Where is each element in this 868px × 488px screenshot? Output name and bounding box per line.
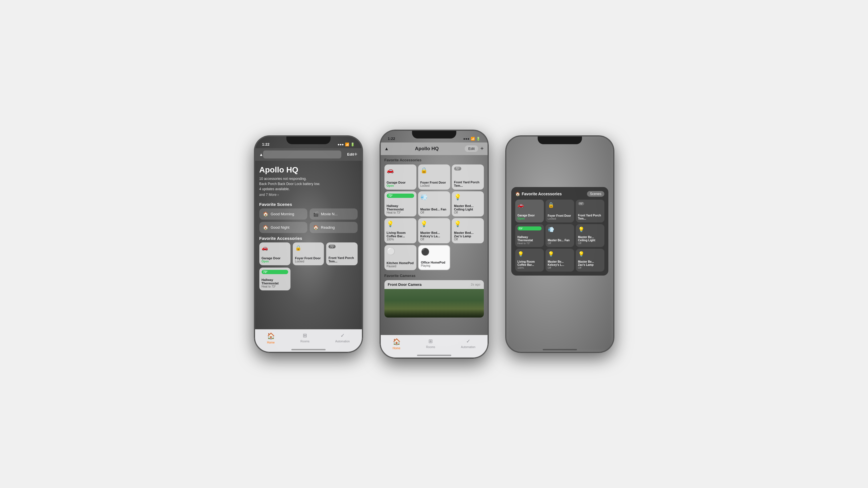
cc-ceiling-light-name: Master Be... Ceiling Light [578,235,602,242]
cc-scenes-tab[interactable]: Scenes [587,191,604,197]
fan-icon-2: 💨 [421,194,448,200]
scene-good-morning[interactable]: 🏠 Good Morning [259,208,307,220]
thermostat-tile-2[interactable]: 73° Hallway Thermostat Heat to 73° [384,191,416,217]
scene-good-night[interactable]: 🏠 Good Night [259,222,307,233]
nav-home-1[interactable]: 🏠 Home [267,332,275,344]
good-night-label: Good Night [271,225,290,230]
rooms-nav-label-1: Rooms [301,340,310,343]
phone-3-screen: 🏠 Favorite Accessories Scenes 🚗 Garage D… [505,136,614,353]
cameras-section: Favorite Cameras Front Door Camera 2s ag… [384,273,484,318]
home-nav-label-2: Home [393,347,400,350]
phone-2: 1:22 ●●● 📶 🔋 ▲ Apollo HQ Edit + Favorite… [380,130,488,358]
automation-nav-label-1: Automation [335,340,350,343]
cc-temp-tile[interactable]: 70° Front Yard Porch Tem... [576,200,604,222]
office-homepod-tile[interactable]: ⚫ Office HomePod Playing [418,245,450,270]
cc-thermostat-tile[interactable]: 73° Hallway Thermostat Heat to 73° [515,224,544,247]
edit-button-1[interactable]: Edit [347,152,354,157]
coffee-bar-icon-2: 💡 [387,221,414,227]
main-scene: 1:22 ●●● 📶 🔋 ▲ Edit + Apollo HQ [0,0,868,488]
porch-temp-tile-2[interactable]: 70° Front Yard Porch Tem... [452,164,484,190]
fav-cameras-label: Favorite Cameras [384,273,484,278]
ceiling-light-tile-2[interactable]: 💡 Master Bed... Ceiling Light Off [452,191,484,217]
zac-lamp-status-2: Off [454,238,482,241]
cc-coffee-bar-tile[interactable]: 💡 Living Room Coffee Bar... 100% [515,249,544,271]
status-time-1: 1:22 [262,142,270,147]
search-bar[interactable] [263,151,341,159]
hero-section: Apollo HQ 10 accessories not responding.… [254,161,363,199]
cc-ceiling-light-icon: 💡 [578,226,602,233]
reading-label: Reading [321,225,335,230]
ceiling-light-icon-2: 💡 [454,194,482,200]
cc-ceiling-light-tile[interactable]: 💡 Master Be... Ceiling Light Off [576,224,604,247]
garage-door-status: Open [261,260,288,263]
nav-automation-2[interactable]: ✓ Automation [461,338,475,349]
signal-icon-2: ●●● [463,137,470,141]
cc-garage-icon: 🚗 [518,202,541,208]
camera-time: 2s ago [471,283,480,286]
status-icons-1: ●●● 📶 🔋 [338,142,355,147]
fan-name-2: Master Bed... Fan [421,207,448,211]
home-indicator-3 [543,349,577,350]
cc-coffee-bar-icon: 💡 [518,251,541,257]
cc-coffee-bar-status: 100% [518,266,541,269]
fan-tile-2[interactable]: 💨 Master Bed... Fan Off [418,191,450,217]
coffee-bar-tile-2[interactable]: 💡 Living Room Coffee Bar... 100% [384,218,416,243]
wifi-icon-1: 📶 [345,142,349,147]
nav-rooms-1[interactable]: ⊞ Rooms [301,332,310,343]
add-button-2[interactable]: + [480,145,484,152]
fan-status-2: Off [421,211,448,214]
zac-lamp-tile-2[interactable]: 💡 Master Bed... Zac's Lamp Off [452,218,484,243]
scene-movie-night[interactable]: 🎬 Movie N... [310,208,358,220]
thermostat-status-2: Heat to 73° [387,211,414,214]
nav-automation-1[interactable]: ✓ Automation [335,332,350,343]
cc-fan-tile[interactable]: 💨 Master Be... Fan Off [546,224,574,247]
porch-temp-name-2: Front Yard Porch Tem... [454,181,482,187]
porch-temp-tile[interactable]: 70° Front Yard Porch Tem... [326,242,357,265]
add-button-1[interactable]: + [354,151,358,158]
cc-zac-lamp-icon: 💡 [578,251,602,257]
camera-name: Front Door Camera [388,283,422,287]
scene-reading[interactable]: 🏠 Reading [310,222,358,233]
edit-button-2[interactable]: Edit [465,145,478,152]
cc-fav-accessories-tab[interactable]: Favorite Accessories [522,192,562,196]
garage-door-tile[interactable]: 🚗 Garage Door Open [259,242,290,265]
garage-tile-2[interactable]: 🚗 Garage Door Open [384,164,416,190]
office-homepod-icon: ⚫ [421,248,447,256]
front-door-name: Foyer Front Door [295,256,321,260]
movie-night-icon: 🎬 [313,211,319,217]
kitchen-homepod-tile[interactable]: ⚪ Kitchen HomePod Paused [384,245,416,270]
cc-temp-badge: 70° [578,202,584,205]
thermostat-tile[interactable]: 73° Hallway Thermostat Heat to 73° [259,267,290,290]
front-door-tile[interactable]: 🔒 Foyer Front Door Locked [293,242,324,265]
cc-ceiling-light-status: Off [578,242,602,245]
cc-kelcey-lamp-tile[interactable]: 💡 Master Be... Kelcey's L... Off [546,249,574,271]
porch-temp-name: Front Yard Porch Tem... [329,256,355,263]
update-alert: 4 updates available. [259,187,290,191]
phone-1: 1:22 ●●● 📶 🔋 ▲ Edit + Apollo HQ [254,136,363,353]
office-homepod-status: Playing [421,264,447,267]
phone-2-screen: 1:22 ●●● 📶 🔋 ▲ Apollo HQ Edit + Favorite… [380,130,488,358]
nav-home-2[interactable]: 🏠 Home [393,338,400,350]
more-link[interactable]: and 7 More › [259,193,358,197]
hero-subtitle: 10 accessories not responding. Back Porc… [259,176,358,192]
garage-icon: 🚗 [261,245,288,251]
kelcey-lamp-tile-2[interactable]: 💡 Master Bed... Kelcey's La... Off [418,218,450,243]
cc-garage-status: Open [518,217,541,220]
garage-name-2: Garage Door [387,181,414,184]
camera-title-bar: Front Door Camera 2s ago [384,280,484,289]
accessories-section-title: Favorite Accessories [254,233,363,242]
cc-garage-tile[interactable]: 🚗 Garage Door Open [515,200,544,222]
accessory-alert: 10 accessories not responding. [259,177,307,181]
front-door-camera-card[interactable]: Front Door Camera 2s ago [384,280,484,318]
cc-lock-tile[interactable]: 🔒 Foyer Front Door Locked [546,200,574,222]
battery-alert: Back Porch Back Door Lock battery low. [259,182,320,186]
thermostat-badge-2: 73° [387,194,414,198]
good-morning-label: Good Morning [271,212,294,216]
notch-3 [537,136,582,144]
nav-rooms-2[interactable]: ⊞ Rooms [426,338,435,349]
front-door-status-2: Locked [421,184,448,187]
kelcey-lamp-name-2: Master Bed... Kelcey's La... [421,231,448,238]
front-door-tile-2[interactable]: 🔒 Foyer Front Door Locked [418,164,450,190]
good-morning-icon: 🏠 [263,211,269,217]
cc-zac-lamp-tile[interactable]: 💡 Master Be... Zac's Lamp Off [576,249,604,271]
